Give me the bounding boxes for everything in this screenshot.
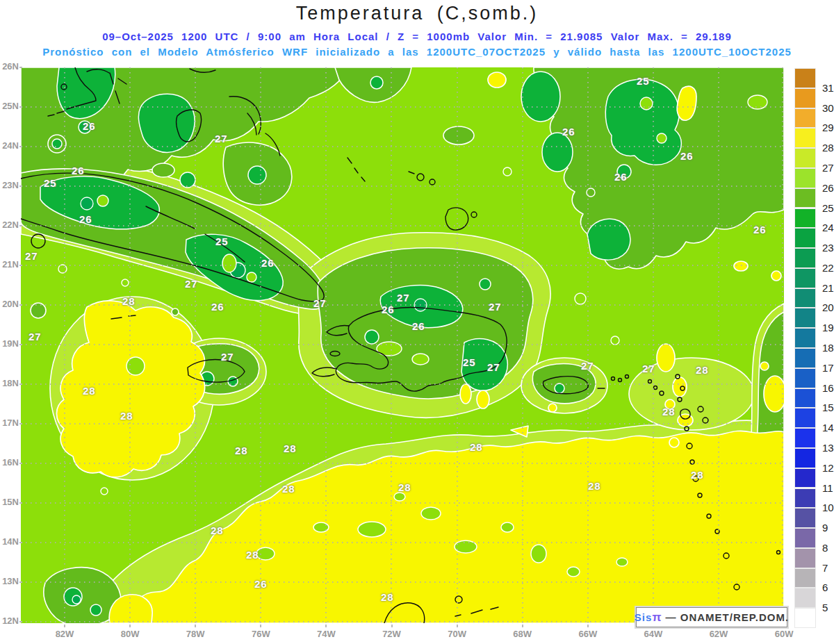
colorbar-cell bbox=[794, 408, 816, 428]
colorbar-value: 7 bbox=[822, 562, 834, 574]
colorbar-cell bbox=[794, 208, 816, 229]
colorbar-value: 16 bbox=[822, 382, 834, 394]
colorbar-value: 19 bbox=[822, 322, 834, 333]
contour-value-label: 26 bbox=[254, 578, 268, 590]
watermark-pi-symbol: π bbox=[652, 611, 662, 625]
contour-value-label: 28 bbox=[381, 591, 394, 603]
contour-value-label: 27 bbox=[221, 351, 234, 363]
contour-value-label: 25 bbox=[215, 236, 229, 247]
colorbar-cell bbox=[794, 308, 816, 328]
colorbar-cell bbox=[794, 328, 816, 348]
colorbar-cell bbox=[794, 488, 816, 509]
x-axis-label: 68W bbox=[507, 629, 538, 639]
colorbar-cell bbox=[794, 428, 816, 448]
contour-value-label: 26 bbox=[79, 213, 92, 225]
contour-value-label: 28 bbox=[122, 295, 136, 307]
colorbar-cell bbox=[794, 168, 816, 188]
colorbar-cell bbox=[794, 548, 816, 568]
y-axis-label: 17N bbox=[0, 418, 19, 428]
colorbar-value: 28 bbox=[822, 142, 834, 154]
contour-value-label: 26 bbox=[261, 257, 275, 269]
colorbar-cell bbox=[794, 68, 816, 88]
colorbar-value: 27 bbox=[822, 162, 834, 174]
contour-value-label: 28 bbox=[235, 445, 248, 456]
x-axis-label: 60W bbox=[769, 629, 799, 639]
colorbar-cell bbox=[794, 468, 816, 488]
weather-map-page: Temperatura (C,somb.) 09–Oct–2025 1200 U… bbox=[0, 0, 834, 644]
contour-value-label: 28 bbox=[588, 480, 601, 492]
colorbar-value: 29 bbox=[822, 122, 834, 133]
colorbar-cell bbox=[794, 388, 816, 408]
colorbar-value: 10 bbox=[822, 502, 834, 513]
forecast-datetime-line: 09–Oct–2025 1200 UTC / 9:00 am Hora Loca… bbox=[0, 31, 834, 42]
contour-value-label: 26 bbox=[614, 171, 628, 183]
colorbar-value: 13 bbox=[822, 442, 834, 454]
colorbar-value: 25 bbox=[822, 202, 834, 214]
watermark-box: Sisπ — ONAMET/REP.DOM. bbox=[636, 607, 787, 627]
contour-value-label: 28 bbox=[83, 385, 96, 397]
contour-value-label: 26 bbox=[382, 304, 395, 315]
colorbar-value: 26 bbox=[822, 182, 834, 194]
x-axis-label: 64W bbox=[638, 629, 669, 639]
contour-value-label: 26 bbox=[72, 165, 85, 176]
model-info-line: Pronóstico con el Modelo Atmósferico WRF… bbox=[0, 46, 834, 58]
x-axis-label: 80W bbox=[115, 629, 145, 639]
colorbar-cell bbox=[794, 108, 816, 129]
y-axis-label: 20N bbox=[0, 299, 19, 309]
y-axis-label: 19N bbox=[0, 338, 19, 349]
page-title: Temperatura (C,somb.) bbox=[0, 3, 834, 24]
contour-value-label: 28 bbox=[696, 364, 709, 376]
colorbar-cell bbox=[794, 88, 816, 108]
contour-value-label: 28 bbox=[470, 441, 483, 453]
colorbar-value: 14 bbox=[822, 422, 834, 434]
colorbar-value: 21 bbox=[822, 282, 834, 294]
contour-value-label: 27 bbox=[28, 331, 42, 342]
contour-value-label: 26 bbox=[753, 224, 767, 236]
y-axis-label: 21N bbox=[0, 259, 19, 270]
contour-value-label: 27 bbox=[487, 361, 500, 373]
y-axis-label: 24N bbox=[0, 140, 19, 151]
colorbar-value: 20 bbox=[822, 302, 834, 313]
contour-value-label: 25 bbox=[44, 177, 57, 189]
colorbar-cell bbox=[794, 508, 816, 528]
watermark-agency: — ONAMET/REP.DOM. bbox=[662, 611, 789, 623]
contour-value-label: 27 bbox=[642, 363, 655, 374]
colorbar-cell bbox=[794, 188, 816, 208]
colorbar-cell bbox=[794, 268, 816, 288]
colorbar-value: 30 bbox=[822, 102, 834, 114]
colorbar-value: 8 bbox=[822, 542, 834, 554]
colorbar-cell bbox=[794, 448, 816, 468]
contour-value-label: 27 bbox=[25, 250, 38, 262]
colorbar-cell bbox=[794, 528, 816, 548]
contour-value-label: 26 bbox=[211, 301, 224, 313]
colorbar-cell bbox=[794, 128, 816, 148]
contour-value-label: 27 bbox=[313, 297, 327, 309]
x-axis-label: 74W bbox=[311, 629, 341, 639]
y-axis-label: 26N bbox=[0, 61, 19, 72]
contour-value-label: 28 bbox=[282, 483, 295, 495]
contour-value-label: 26 bbox=[680, 150, 694, 162]
x-axis-label: 76W bbox=[245, 629, 276, 639]
contour-value-label: 25 bbox=[463, 356, 476, 368]
colorbar-value: 22 bbox=[822, 262, 834, 274]
colorbar-cell bbox=[794, 148, 816, 168]
colorbar-cell bbox=[794, 288, 816, 308]
contour-value-label: 28 bbox=[662, 406, 676, 418]
y-axis-label: 18N bbox=[0, 378, 19, 388]
x-axis-label: 82W bbox=[49, 629, 80, 639]
y-axis-label: 25N bbox=[0, 101, 19, 111]
colorbar-cell bbox=[794, 348, 816, 368]
contour-value-label: 27 bbox=[185, 278, 198, 290]
y-axis-label: 23N bbox=[0, 180, 19, 190]
colorbar-cell bbox=[794, 588, 816, 608]
colorbar-cell bbox=[794, 568, 816, 588]
colorbar-value: 24 bbox=[822, 222, 834, 233]
contour-value-label: 26 bbox=[562, 126, 575, 138]
contour-value-label: 26 bbox=[412, 320, 425, 332]
contour-value-label: 28 bbox=[398, 481, 411, 493]
contour-value-label: 27 bbox=[581, 360, 594, 372]
contour-value-label: 28 bbox=[691, 469, 704, 481]
contour-value-label: 25 bbox=[637, 75, 650, 87]
contour-value-label: 27 bbox=[489, 301, 502, 313]
x-axis-label: 78W bbox=[180, 629, 211, 639]
